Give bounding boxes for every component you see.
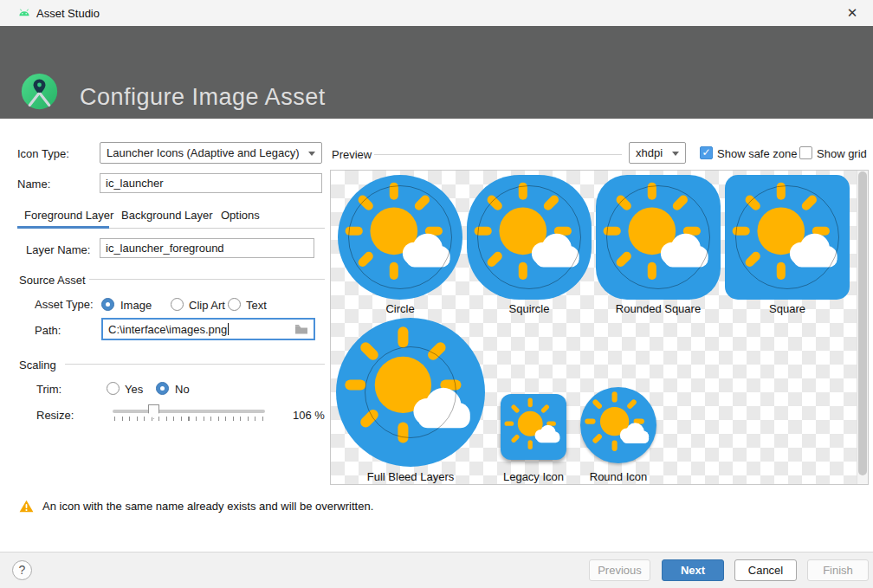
android-studio-logo — [20, 72, 59, 111]
app-icon-square — [725, 175, 850, 300]
source-asset-divider — [89, 279, 325, 280]
tile-label-round: Round Icon — [590, 470, 648, 483]
title-bar: Asset Studio ✕ — [0, 0, 873, 26]
resize-label: Resize: — [36, 409, 74, 422]
slider-ticks — [114, 417, 263, 421]
resize-value: 106 % — [293, 409, 325, 422]
page-title: Configure Image Asset — [80, 84, 326, 111]
app-icon-round — [580, 387, 656, 463]
preview-tile-squircle — [467, 175, 592, 300]
layer-name-input[interactable]: ic_launcher_foreground — [100, 238, 314, 258]
preview-divider — [374, 154, 622, 155]
resize-slider[interactable] — [113, 404, 265, 423]
preview-scrollbar[interactable] — [857, 171, 868, 484]
app-icon-full-bleed — [336, 318, 485, 467]
show-safe-zone-checkbox[interactable]: ✓ — [700, 146, 713, 159]
preview-tile-round — [580, 387, 656, 463]
warning-message: An icon with the same name already exist… — [19, 500, 373, 513]
radio-text[interactable] — [228, 298, 241, 311]
radio-text-label[interactable]: Text — [246, 299, 267, 312]
safe-zone-ring — [606, 185, 711, 290]
trim-label: Trim: — [36, 383, 61, 396]
name-value: ic_launcher — [106, 177, 164, 190]
help-icon[interactable]: ? — [12, 560, 32, 580]
window-title: Asset Studio — [36, 7, 100, 20]
preview-tile-circle — [338, 175, 462, 300]
chevron-down-icon — [672, 152, 679, 156]
density-value: xhdpi — [636, 146, 663, 159]
name-input[interactable]: ic_launcher — [100, 173, 322, 193]
warning-icon — [19, 500, 34, 513]
layer-name-label: Layer Name: — [26, 243, 90, 256]
preview-panel: Circle Squircle Rounded Square Square Fu… — [330, 170, 869, 485]
show-safe-zone-label[interactable]: Show safe zone — [717, 147, 798, 160]
scrollbar-thumb[interactable] — [858, 171, 867, 475]
icon-type-label: Icon Type: — [17, 147, 69, 160]
tile-label-square: Square — [769, 302, 805, 315]
dialog-header: Configure Image Asset — [0, 26, 873, 119]
path-label: Path: — [35, 324, 61, 337]
folder-browse-icon[interactable] — [294, 324, 308, 335]
chevron-down-icon — [308, 152, 315, 156]
preview-section-label: Preview — [332, 148, 372, 161]
path-value: C:\interface\images.png — [108, 323, 227, 336]
show-grid-checkbox[interactable] — [799, 146, 812, 159]
tab-background-layer[interactable]: Background Layer — [121, 209, 213, 222]
previous-button: Previous — [589, 559, 650, 581]
android-head-icon — [17, 6, 31, 20]
close-icon[interactable]: ✕ — [840, 3, 864, 23]
safe-zone-ring — [477, 185, 582, 290]
slider-track[interactable] — [113, 410, 265, 413]
layer-name-value: ic_launcher_foreground — [106, 242, 224, 255]
text-caret — [228, 323, 229, 335]
safe-zone-ring — [348, 185, 453, 290]
path-input[interactable]: C:\interface\images.png — [101, 318, 315, 340]
next-button[interactable]: Next — [662, 559, 724, 581]
preview-tile-square — [725, 175, 850, 300]
warning-text: An icon with the same name already exist… — [42, 500, 373, 513]
radio-image[interactable] — [101, 298, 114, 311]
tile-label-legacy: Legacy Icon — [503, 470, 564, 483]
radio-image-label[interactable]: Image — [120, 299, 152, 312]
show-grid-label[interactable]: Show grid — [817, 147, 867, 160]
layer-tabs: Foreground Layer Background Layer Option… — [17, 209, 325, 231]
scaling-section-label: Scaling — [19, 359, 56, 372]
check-icon: ✓ — [702, 146, 710, 158]
tile-label-circle: Circle — [385, 302, 414, 315]
cancel-button[interactable]: Cancel — [734, 559, 797, 581]
app-icon-circle — [338, 175, 462, 300]
radio-clip-art[interactable] — [171, 298, 184, 311]
finish-button: Finish — [807, 559, 869, 581]
icon-type-select[interactable]: Launcher Icons (Adaptive and Legacy) — [100, 142, 322, 164]
radio-trim-no-label[interactable]: No — [175, 383, 190, 396]
safe-zone-ring — [735, 185, 840, 290]
preview-tile-rounded-square — [596, 175, 721, 300]
safe-zone-ring — [365, 346, 457, 439]
radio-clip-art-label[interactable]: Clip Art — [189, 299, 225, 312]
tile-label-rounded-square: Rounded Square — [616, 302, 701, 315]
tile-label-full-bleed: Full Bleed Layers — [367, 470, 454, 483]
preview-tile-legacy — [501, 394, 566, 460]
density-select[interactable]: xhdpi — [629, 142, 686, 164]
source-asset-section-label: Source Asset — [19, 274, 86, 287]
radio-trim-no[interactable] — [156, 382, 169, 395]
name-label: Name: — [17, 178, 50, 191]
radio-trim-yes[interactable] — [107, 382, 120, 395]
preview-tile-full-bleed — [336, 318, 485, 467]
app-icon-rounded-square — [596, 175, 721, 300]
tab-options[interactable]: Options — [221, 209, 260, 222]
tile-label-squircle: Squircle — [509, 302, 550, 315]
radio-trim-yes-label[interactable]: Yes — [125, 383, 143, 396]
app-icon-squircle — [467, 175, 592, 300]
tab-foreground-layer[interactable]: Foreground Layer — [24, 209, 113, 222]
asset-type-label: Asset Type: — [35, 298, 94, 311]
app-icon-legacy — [501, 394, 566, 460]
footer-bar: ? Previous Next Cancel Finish — [0, 552, 873, 588]
icon-type-value: Launcher Icons (Adaptive and Legacy) — [107, 146, 300, 159]
scaling-divider — [65, 364, 325, 365]
